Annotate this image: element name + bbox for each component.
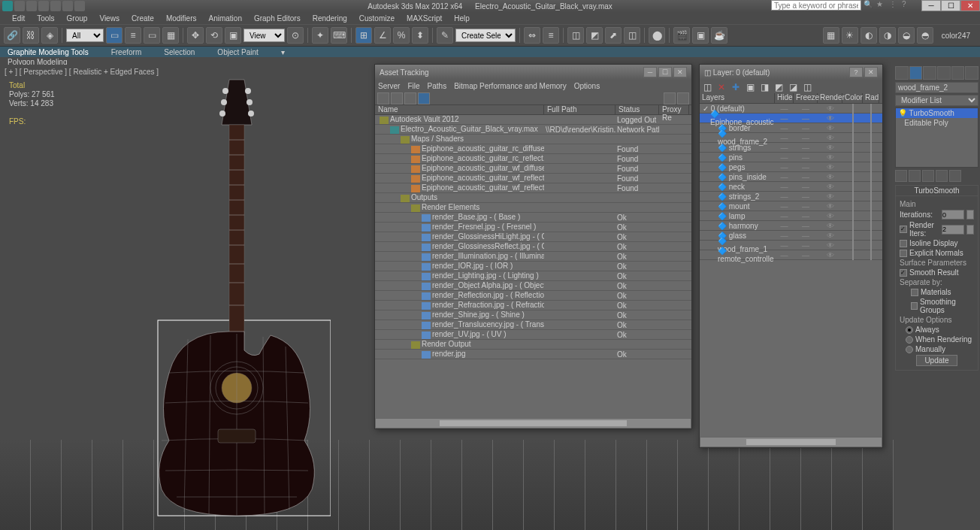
asset-row[interactable]: Electro_Acoustic_Guitar_Black_vray.max\\… bbox=[375, 125, 691, 135]
save-icon[interactable] bbox=[38, 1, 49, 11]
hierarchy-tab-icon[interactable] bbox=[923, 66, 936, 80]
asset-row[interactable]: render_GlossinessReflect.jpg - ( Glossin… bbox=[375, 242, 691, 252]
asset-row[interactable]: Render Output bbox=[375, 340, 691, 350]
layer-icon7[interactable]: ◪ bbox=[787, 81, 799, 93]
at-menu-file[interactable]: File bbox=[407, 82, 419, 90]
object-name-field[interactable] bbox=[895, 82, 978, 93]
render-icon[interactable]: ☕ bbox=[711, 27, 727, 44]
remove-mod-icon[interactable] bbox=[936, 170, 948, 182]
modifier-list-combo[interactable]: Modifier List bbox=[895, 95, 978, 106]
angle-snap-icon[interactable]: ∠ bbox=[374, 27, 391, 44]
redo-icon[interactable] bbox=[62, 1, 73, 11]
layer-add-icon[interactable]: ✚ bbox=[730, 81, 742, 93]
at-close-button[interactable]: ✕ bbox=[673, 67, 687, 77]
render-iters-spinner[interactable] bbox=[966, 225, 974, 235]
modify-tab-icon[interactable] bbox=[909, 66, 923, 80]
ribbon-freeform[interactable]: Freeform bbox=[111, 48, 142, 56]
layer-row[interactable]: 🔷 wood_frame_2——👁 bbox=[700, 133, 882, 143]
ribbon-graphite[interactable]: Graphite Modeling Tools bbox=[8, 48, 89, 56]
modifier-stack[interactable]: 💡 TurboSmooth Editable Poly bbox=[895, 108, 978, 168]
asset-row[interactable]: Epiphone_acoustic_guitar_rc_reflect.pngF… bbox=[375, 154, 691, 164]
star-icon[interactable]: ★ bbox=[876, 0, 887, 11]
create-tab-icon[interactable] bbox=[895, 66, 909, 80]
at-menu-server[interactable]: Server bbox=[378, 82, 400, 90]
render-frame-icon[interactable]: ▣ bbox=[692, 27, 709, 44]
layer-select-icon[interactable]: ▣ bbox=[744, 81, 756, 93]
asset-row[interactable]: Epiphone_acoustic_guitar_wf_diffuse2.png… bbox=[375, 164, 691, 174]
at-col-fullpath[interactable]: Full Path bbox=[544, 105, 616, 114]
asset-row[interactable]: render_Lighting.jpg - ( Lighting )Ok bbox=[375, 271, 691, 281]
asset-row[interactable]: render_Reflection.jpg - ( Reflection )Ok bbox=[375, 291, 691, 301]
minimize-button[interactable]: ─ bbox=[921, 0, 941, 11]
menu-views[interactable]: Views bbox=[93, 14, 126, 23]
select-region-icon[interactable]: ▭ bbox=[144, 27, 160, 44]
layer-row[interactable]: 🔷 pins——👁 bbox=[700, 153, 882, 162]
binoculars-icon[interactable]: 🔍 bbox=[864, 0, 874, 11]
configure-sets-icon[interactable] bbox=[949, 170, 961, 182]
select-icon[interactable]: ▭ bbox=[106, 27, 122, 44]
materials-checkbox[interactable] bbox=[911, 289, 918, 296]
display-tab-icon[interactable] bbox=[951, 66, 965, 80]
explicit-checkbox[interactable] bbox=[900, 250, 907, 257]
bind-icon[interactable]: ◈ bbox=[41, 27, 58, 44]
asset-row[interactable]: render_IOR.jpg - ( IOR )Ok bbox=[375, 262, 691, 271]
asset-row[interactable]: Epiphone_acoustic_guitar_rc_diffuse.pngF… bbox=[375, 144, 691, 154]
layer-row[interactable]: 🔷 harmony——👁 bbox=[700, 221, 882, 231]
smoothing-groups-checkbox[interactable] bbox=[911, 302, 918, 310]
iterations-field[interactable] bbox=[942, 210, 964, 220]
asset-row[interactable]: render_GlossinessHiLight.jpg - ( Glossin… bbox=[375, 232, 691, 242]
asset-row[interactable]: Autodesk Vault 2012Logged Out ... bbox=[375, 115, 691, 125]
rps-icon[interactable]: ▦ bbox=[823, 27, 839, 44]
layer-close-button[interactable]: ✕ bbox=[864, 67, 878, 77]
render-setup-icon[interactable]: 🎬 bbox=[673, 27, 690, 44]
layer-hide-icon[interactable]: ◩ bbox=[773, 81, 785, 93]
graphite-icon[interactable]: ◩ bbox=[586, 27, 603, 44]
layer-col-render[interactable]: Render bbox=[818, 93, 842, 103]
layer-col-freeze[interactable]: Freeze bbox=[794, 93, 818, 103]
asset-row[interactable]: render_Base.jpg - ( Base )Ok bbox=[375, 213, 691, 223]
at-minimize-button[interactable]: ─ bbox=[643, 67, 657, 77]
named-sel-combo[interactable]: Create Selection S bbox=[455, 29, 516, 42]
open-icon[interactable] bbox=[26, 1, 37, 11]
layer-icon8[interactable]: ◫ bbox=[801, 81, 813, 93]
at-menu-bitmap[interactable]: Bitmap Performance and Memory bbox=[454, 82, 567, 90]
menu-animation[interactable]: Animation bbox=[202, 14, 247, 23]
layer-row[interactable]: 🔷 pegs——👁 bbox=[700, 162, 882, 172]
layer-row[interactable]: 🔷 pins_inside——👁 bbox=[700, 172, 882, 182]
help-icon[interactable]: ? bbox=[902, 0, 912, 11]
menu-maxscript[interactable]: MAXScript bbox=[401, 14, 448, 23]
layer-row[interactable]: 🔷 lamp——👁 bbox=[700, 211, 882, 221]
material-editor-icon[interactable]: ⬤ bbox=[649, 27, 665, 44]
at-col-name[interactable]: Name bbox=[375, 105, 544, 114]
menu-rendering[interactable]: Rendering bbox=[307, 14, 353, 23]
manually-radio[interactable] bbox=[906, 346, 913, 353]
spinner-snap-icon[interactable]: ⬍ bbox=[412, 27, 428, 44]
menu-edit[interactable]: Edit bbox=[6, 14, 31, 23]
ribbon-selection[interactable]: Selection bbox=[164, 48, 195, 56]
search-input[interactable] bbox=[771, 0, 861, 11]
ribbon-object-paint[interactable]: Object Paint bbox=[217, 48, 258, 56]
smooth-result-checkbox[interactable] bbox=[900, 269, 907, 277]
at-icon2[interactable] bbox=[391, 92, 403, 104]
layer-row[interactable]: 🔷 strings——👁 bbox=[700, 143, 882, 153]
layer-new-icon[interactable]: ◫ bbox=[701, 81, 713, 93]
menu-tools[interactable]: Tools bbox=[31, 14, 60, 23]
ribbon-dropdown-icon[interactable]: ▾ bbox=[281, 48, 285, 56]
at-scrollbar[interactable] bbox=[375, 418, 691, 429]
show-end-result-icon[interactable] bbox=[909, 170, 921, 182]
window-crossing-icon[interactable]: ▦ bbox=[162, 27, 179, 44]
iterations-spinner[interactable] bbox=[966, 210, 974, 220]
layer-row[interactable]: 🔷 remote_controlle——👁 bbox=[700, 250, 882, 260]
rps3-icon[interactable]: ◐ bbox=[861, 27, 877, 44]
at-icon-r2[interactable] bbox=[677, 92, 689, 104]
menu-help[interactable]: Help bbox=[448, 14, 476, 23]
pivot-icon[interactable]: ⊙ bbox=[287, 27, 304, 44]
close-button[interactable]: ✕ bbox=[960, 0, 980, 11]
asset-row[interactable]: Outputs bbox=[375, 193, 691, 203]
mirror-icon[interactable]: ⇔ bbox=[524, 27, 540, 44]
when-rendering-radio[interactable] bbox=[906, 336, 913, 344]
manipulate-icon[interactable]: ✦ bbox=[312, 27, 328, 44]
percent-snap-icon[interactable]: % bbox=[393, 27, 410, 44]
asset-row[interactable]: render_Illumination.jpg - ( Illumination… bbox=[375, 252, 691, 262]
make-unique-icon[interactable] bbox=[922, 170, 934, 182]
